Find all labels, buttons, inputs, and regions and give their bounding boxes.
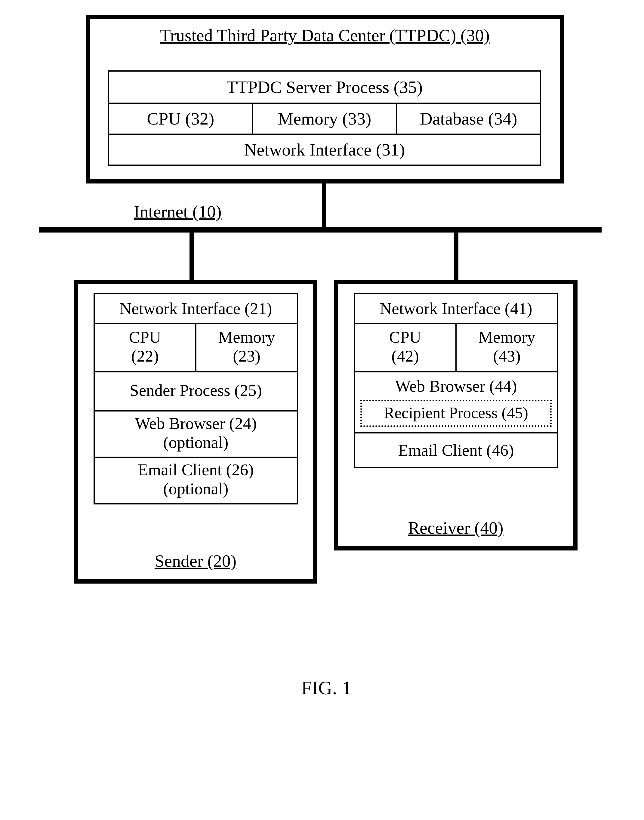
- sender-inner-stack: Network Interface (21) CPU (22) Memory (…: [94, 293, 298, 504]
- internet-bus-line: [39, 227, 602, 233]
- ttpdc-cpu: CPU (32): [108, 104, 253, 135]
- receiver-box: Network Interface (41) CPU (42) Memory (…: [334, 280, 578, 550]
- sender-hw-row: CPU (22) Memory (23): [94, 324, 298, 372]
- ttpdc-hw-row: CPU (32) Memory (33) Database (34): [108, 104, 541, 135]
- receiver-memory: Memory (43): [457, 324, 558, 372]
- receiver-inner-stack: Network Interface (41) CPU (42) Memory (…: [354, 293, 558, 468]
- ttpdc-title: Trusted Third Party Data Center (TTPDC) …: [90, 25, 560, 45]
- ttpdc-server-process: TTPDC Server Process (35): [108, 71, 541, 104]
- receiver-web-browser: Web Browser (44): [355, 372, 557, 397]
- sender-cpu-line1: CPU: [129, 328, 161, 346]
- sender-web-browser: Web Browser (24) (optional): [94, 411, 298, 458]
- receiver-cpu-line2: (42): [391, 347, 419, 365]
- sender-web-browser-line2: (optional): [163, 433, 228, 452]
- receiver-memory-line1: Memory: [478, 328, 535, 346]
- receiver-email-client: Email Client (46): [354, 434, 558, 468]
- ttpdc-box: Trusted Third Party Data Center (TTPDC) …: [86, 15, 564, 184]
- receiver-cpu: CPU (42): [354, 324, 457, 372]
- sender-memory: Memory (23): [196, 324, 298, 372]
- ttpdc-network-interface: Network Interface (31): [108, 135, 541, 166]
- sender-network-interface: Network Interface (21): [94, 293, 298, 324]
- sender-cpu-line2: (22): [131, 347, 159, 365]
- receiver-hw-row: CPU (42) Memory (43): [354, 324, 558, 372]
- ttpdc-database: Database (34): [397, 104, 541, 135]
- receiver-memory-line2: (43): [493, 347, 521, 365]
- connector-ttpdc: [322, 184, 326, 231]
- sender-email-client-line2: (optional): [163, 480, 228, 498]
- ttpdc-memory: Memory (33): [253, 104, 397, 135]
- sender-email-client: Email Client (26) (optional): [94, 458, 298, 504]
- sender-email-client-line1: Email Client (26): [138, 461, 254, 479]
- sender-memory-line2: (23): [233, 347, 261, 365]
- connector-receiver: [454, 228, 458, 281]
- internet-label: Internet (10): [134, 202, 221, 222]
- ttpdc-inner-stack: TTPDC Server Process (35) CPU (32) Memor…: [108, 71, 541, 166]
- sender-web-browser-line1: Web Browser (24): [135, 414, 257, 432]
- sender-title: Sender (20): [78, 551, 313, 571]
- receiver-title: Receiver (40): [338, 518, 573, 538]
- receiver-cpu-line1: CPU: [389, 328, 422, 346]
- sender-cpu: CPU (22): [94, 324, 196, 372]
- sender-process: Sender Process (25): [94, 372, 298, 411]
- recipient-process: Recipient Process (45): [360, 400, 552, 427]
- figure-label: FIG. 1: [45, 677, 607, 699]
- receiver-web-browser-container: Web Browser (44) Recipient Process (45): [354, 372, 558, 434]
- sender-box: Network Interface (21) CPU (22) Memory (…: [74, 280, 317, 584]
- connector-sender: [190, 228, 194, 281]
- sender-memory-line1: Memory: [218, 328, 275, 346]
- receiver-network-interface: Network Interface (41): [354, 293, 558, 324]
